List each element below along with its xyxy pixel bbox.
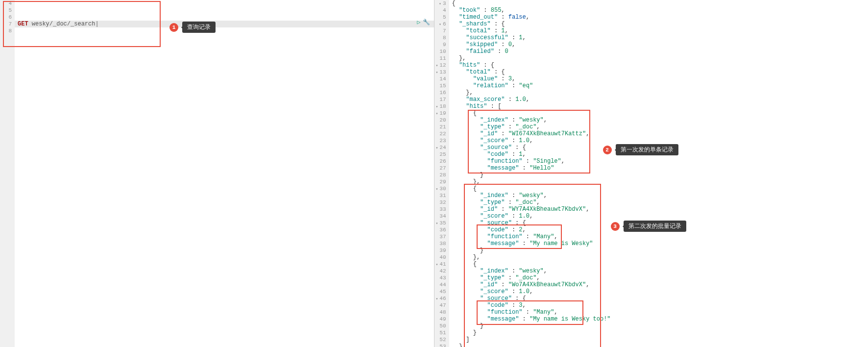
action-buttons: ▷ 🔧 — [417, 19, 430, 26]
right-gutter: 3456789101112131415161718192021222324252… — [434, 0, 449, 347]
response-viewer-pane[interactable]: 3456789101112131415161718192021222324252… — [434, 0, 868, 347]
run-query-icon[interactable]: ▷ — [417, 19, 420, 26]
request-code-area[interactable]: GET wesky/_doc/_search| — [15, 0, 434, 347]
left-gutter: 45678 — [0, 0, 15, 347]
request-editor-pane[interactable]: 45678 GET wesky/_doc/_search| ▷ 🔧 1 查询记录 — [0, 0, 434, 347]
response-code-area[interactable]: { "took" : 855, "timed_out" : false, "_s… — [449, 0, 868, 347]
wrench-icon[interactable]: 🔧 — [423, 19, 430, 26]
